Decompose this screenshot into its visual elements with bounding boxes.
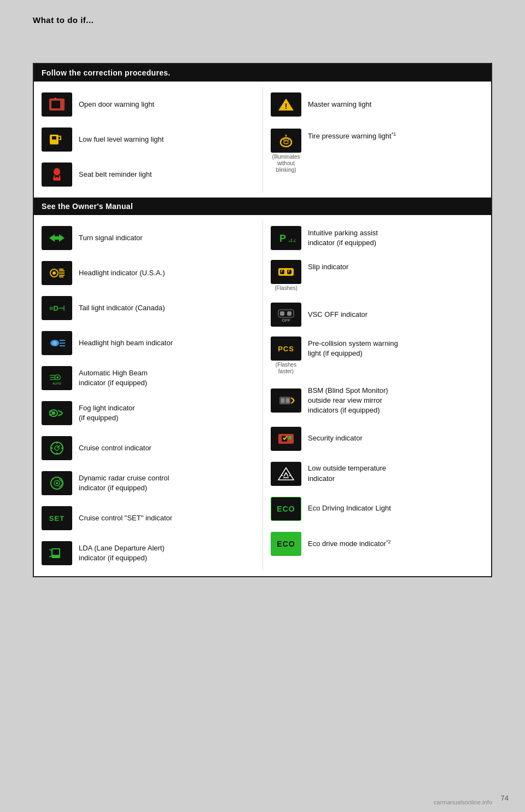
svg-rect-69 [286, 398, 289, 403]
low-fuel-label: Low fuel level warning light [79, 135, 164, 144]
open-door-icon-box [42, 92, 72, 117]
list-item: PCS (Flashesfaster) Pre-collision system… [263, 332, 491, 380]
tire-pressure-icon: ((!) [276, 132, 296, 149]
page-title: What to do if... [0, 0, 525, 30]
bsm-label: BSM (Blind Spot Monitor)outside rear vie… [308, 386, 388, 416]
headlight-icon [47, 265, 67, 281]
auto-high-beam-icon-box: AUTO [42, 366, 72, 390]
turn-signal-label: Turn signal indicator [79, 233, 143, 243]
svg-rect-5 [59, 136, 61, 137]
svg-rect-4 [52, 136, 56, 140]
list-item: P ⊿⊿ Intuitive parking assistindicator (… [263, 221, 491, 256]
low-temp-label: Low outside temperatureindicator [308, 463, 386, 483]
svg-point-28 [52, 341, 57, 345]
low-temp-icon-box [271, 462, 301, 486]
parking-assist-icon: P ⊿⊿ [276, 230, 296, 246]
list-item: Fog light indicator(if equipped) [34, 396, 262, 431]
security-icon [276, 431, 296, 447]
cruise-set-label-icon: SET [49, 514, 65, 523]
cruise-control-icon-box [42, 436, 72, 460]
seat-belt-icon-box [42, 163, 72, 187]
main-card: Follow the correction procedures. Open d… [33, 63, 492, 577]
pcs-label: Pre-collision system warninglight (if eq… [308, 339, 398, 358]
tail-light-icon-box: ≡D⊣ [42, 296, 72, 320]
pcs-label-icon: PCS [278, 345, 294, 353]
list-item: BSM (Blind Spot Monitor)outside rear vie… [263, 380, 491, 421]
list-item: Low outside temperatureindicator [263, 456, 491, 491]
master-warning-icon-box: ! [271, 92, 301, 117]
tire-pressure-note: (Illuminateswithoutblinking) [272, 154, 300, 173]
eco-mode-label: Eco drive mode indicator*2 [308, 538, 391, 549]
open-door-label: Open door warning light [79, 100, 154, 109]
slip-label: Slip indicator [308, 262, 348, 272]
vsc-off-label: VSC OFF indicator [308, 310, 368, 320]
svg-text:((!): ((!) [283, 136, 289, 141]
list-item: Headlight indicator (U.S.A.) [34, 256, 262, 291]
svg-rect-68 [281, 398, 284, 403]
slip-icon-box [271, 260, 301, 284]
svg-point-20 [52, 271, 56, 275]
security-label: Security indicator [308, 433, 363, 443]
cruise-control-icon [47, 440, 67, 456]
high-beam-icon [47, 335, 67, 351]
cruise-set-label: Cruise control "SET" indicator [79, 513, 172, 523]
lda-label: LDA (Lane Departure Alert)indicator (if … [79, 543, 165, 563]
eco-driving-label: Eco Driving Indicator Light [308, 503, 391, 513]
seat-belt-label: Seat belt reminder light [79, 170, 152, 179]
list-item: Headlight high beam indicator [34, 326, 262, 361]
list-item: AUTO Automatic High Beamindicator (if eq… [34, 361, 262, 396]
list-item: ((!) (Illuminateswithoutblinking) Tire p… [263, 122, 491, 179]
list-item: Turn signal indicator [34, 221, 262, 256]
slip-icon [276, 264, 296, 280]
svg-text:OFF: OFF [282, 318, 290, 323]
high-beam-label: Headlight high beam indicator [79, 338, 173, 348]
eco-driving-label-icon: ECO [277, 504, 295, 513]
svg-rect-72 [288, 436, 291, 439]
svg-rect-7 [59, 139, 61, 140]
svg-line-56 [49, 549, 51, 550]
bsm-icon [276, 392, 296, 409]
master-warning-label: Master warning light [308, 100, 371, 109]
list-item: ≡D⊣ Tail light indicator (Canada) [34, 291, 262, 326]
list-item: LDA (Lane Departure Alert)indicator (if … [34, 536, 262, 571]
eco-mode-label-icon: ECO [277, 540, 295, 548]
cruise-set-icon-box: SET [42, 506, 72, 530]
svg-text:≡D⊣: ≡D⊣ [49, 304, 65, 312]
svg-rect-2 [60, 102, 62, 105]
svg-rect-65 [287, 311, 291, 316]
bsm-icon-box [271, 388, 301, 413]
page-number: 74 [501, 794, 509, 802]
dynamic-radar-icon-box [42, 471, 72, 495]
dynamic-radar-label: Dynamic radar cruise controlindicator (i… [79, 473, 169, 493]
tail-light-label: Tail light indicator (Canada) [79, 303, 165, 313]
headlight-label: Headlight indicator (U.S.A.) [79, 268, 165, 278]
list-item: ! Master warning light [263, 87, 491, 122]
turn-signal-icon-box [42, 226, 72, 250]
list-item: Cruise control indicator [34, 431, 262, 466]
follow-right: ! Master warning light ((!) [262, 87, 491, 192]
tire-pressure-icon-box: ((!) [271, 129, 301, 153]
cruise-control-label: Cruise control indicator [79, 443, 151, 453]
open-door-icon [47, 96, 67, 113]
svg-line-57 [49, 556, 51, 557]
pcs-icon-box: PCS [271, 337, 301, 361]
list-item: SET Cruise control "SET" indicator [34, 501, 262, 536]
low-fuel-icon-box [42, 127, 72, 152]
vsc-off-icon-box: OFF [271, 303, 301, 327]
list-item: OFF VSC OFF indicator [263, 297, 491, 332]
svg-rect-1 [51, 101, 60, 108]
eco-driving-icon-box: ECO [271, 497, 301, 521]
svg-point-37 [56, 376, 59, 379]
list-item: Low fuel level warning light [34, 122, 262, 157]
tire-pressure-label: Tire pressure warning light*1 [308, 131, 396, 142]
fog-light-icon [47, 405, 67, 421]
turn-signal-icon [47, 230, 67, 246]
high-beam-icon-box [42, 331, 72, 355]
master-warning-icon: ! [276, 96, 296, 113]
fog-light-icon-box [42, 401, 72, 425]
svg-point-8 [54, 168, 60, 176]
section-header-follow: Follow the correction procedures. [34, 64, 491, 82]
svg-point-52 [56, 482, 58, 484]
auto-high-beam-label: Automatic High Beamindicator (if equippe… [79, 368, 148, 388]
security-icon-box [271, 427, 301, 451]
